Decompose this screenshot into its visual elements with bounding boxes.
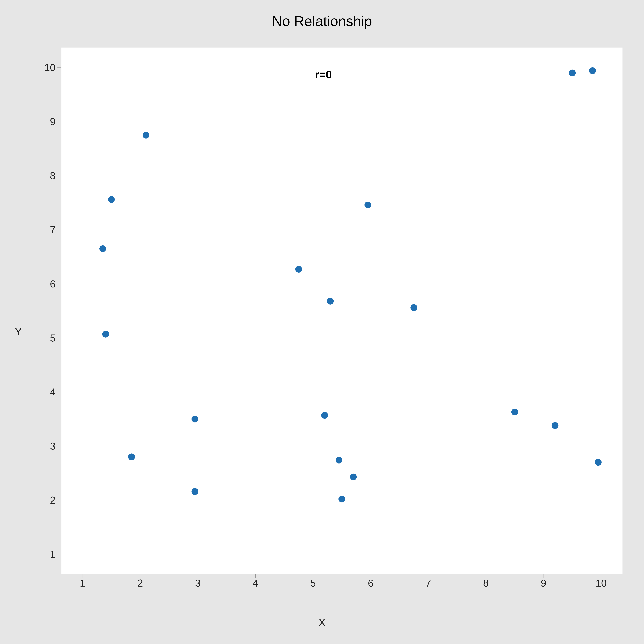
- data-point: [569, 70, 576, 76]
- x-tick-label: 1: [80, 577, 85, 589]
- x-tick-label: 4: [253, 577, 258, 589]
- data-point: [552, 422, 558, 429]
- chart-title: No Relationship: [12, 13, 632, 29]
- y-tick-label: 8: [50, 170, 55, 181]
- y-tick-label: 6: [50, 278, 55, 290]
- data-point: [128, 454, 135, 460]
- chart-container: No Relationship Y 1234567891012345678910…: [0, 0, 644, 644]
- data-point: [350, 473, 357, 480]
- data-point: [99, 245, 106, 252]
- x-tick-label: 6: [368, 577, 373, 589]
- y-tick-label: 7: [50, 224, 55, 235]
- x-axis-label: X: [12, 616, 632, 629]
- data-point: [595, 459, 602, 466]
- data-point: [511, 409, 518, 416]
- x-tick-label: 8: [483, 577, 489, 589]
- x-tick-label: 10: [596, 577, 607, 589]
- chart-annotation: r=0: [315, 68, 332, 81]
- data-point: [410, 304, 417, 311]
- y-tick-label: 2: [50, 494, 55, 506]
- data-point: [327, 298, 334, 305]
- data-point: [295, 266, 302, 273]
- y-tick-label: 1: [50, 549, 55, 560]
- plot-area: 1234567891012345678910r=0: [61, 48, 622, 574]
- y-tick-mark: [57, 67, 61, 68]
- data-point: [364, 201, 371, 208]
- x-tick-label: 5: [310, 577, 316, 589]
- y-tick-mark: [57, 230, 61, 230]
- x-tick-label: 3: [195, 577, 201, 589]
- y-tick-label: 5: [50, 332, 55, 344]
- y-tick-label: 4: [50, 386, 55, 398]
- x-tick-label: 7: [426, 577, 431, 589]
- data-point: [338, 496, 345, 503]
- data-point: [589, 67, 596, 74]
- data-point: [143, 132, 149, 139]
- data-point: [108, 196, 115, 203]
- data-point: [192, 488, 198, 495]
- data-point: [336, 457, 342, 464]
- data-point: [192, 416, 198, 422]
- data-point: [321, 412, 328, 419]
- x-axis-line: [61, 574, 622, 574]
- y-tick-mark: [57, 500, 61, 500]
- data-point: [102, 331, 109, 338]
- x-tick-label: 9: [541, 577, 546, 589]
- y-tick-label: 10: [44, 62, 55, 73]
- y-tick-label: 9: [50, 116, 55, 127]
- y-axis-label: Y: [15, 325, 22, 338]
- x-tick-label: 2: [137, 577, 143, 589]
- chart-wrap: Y 1234567891012345678910r=0 X: [12, 36, 632, 628]
- y-tick-label: 3: [50, 440, 55, 452]
